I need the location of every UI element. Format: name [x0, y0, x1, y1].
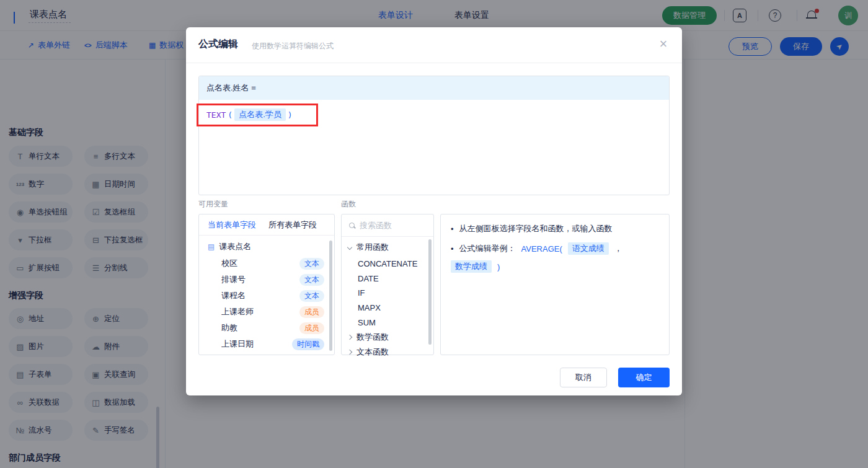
chevron-right-icon	[347, 335, 352, 340]
function-search	[342, 214, 433, 237]
functions-label: 函数	[341, 199, 356, 210]
function-group-text[interactable]: 文本函数	[342, 345, 433, 360]
formula-target-bar: 点名表.姓名 =	[199, 76, 669, 100]
function-group-common[interactable]: 常用函数	[342, 240, 433, 255]
variables-scrollbar[interactable]	[329, 241, 332, 351]
type-badge: 成员	[299, 306, 324, 318]
variable-row[interactable]: 上课日期时间戳	[199, 337, 334, 351]
function-group-math[interactable]: 数学函数	[342, 330, 433, 345]
help-line-2: • 公式编辑举例： AVERAGE( 语文成绩 ， 数学成绩 )	[451, 242, 659, 273]
tree-root-row[interactable]: ▤ 课表点名	[199, 239, 334, 254]
annotation-highlight-box	[197, 104, 318, 126]
bullet-icon: •	[451, 244, 454, 254]
variable-row[interactable]: 校区文本	[199, 256, 334, 271]
divider	[186, 63, 682, 63]
close-icon[interactable]: ×	[655, 35, 672, 53]
formula-editor-area[interactable]: 点名表.姓名 = TEXT ( 点名表.学员 )	[198, 76, 670, 195]
tab-all-form-fields[interactable]: 所有表单字段	[268, 219, 317, 231]
formula-editor-modal: 公式编辑 使用数学运算符编辑公式 × 点名表.姓名 = TEXT ( 点名表.学…	[186, 27, 682, 395]
modal-subtitle: 使用数学运算符编辑公式	[252, 41, 334, 51]
variable-row[interactable]: 课程名文本	[199, 288, 334, 303]
variable-row[interactable]: 排课号文本	[199, 272, 334, 287]
chevron-right-icon	[347, 350, 352, 355]
function-item[interactable]: SUM	[342, 315, 433, 330]
example-field-chip: 语文成绩	[568, 242, 609, 255]
tab-current-form-fields[interactable]: 当前表单字段	[208, 219, 256, 231]
variable-row[interactable]: 上课老师成员	[199, 304, 334, 319]
chevron-down-icon	[347, 245, 352, 250]
type-badge: 时间戳	[292, 338, 324, 350]
type-badge: 文本	[299, 290, 324, 302]
confirm-button[interactable]: 确定	[618, 368, 670, 387]
functions-box: 常用函数 CONCATENATE DATE IF MAPX SUM 数学函数 文…	[341, 214, 434, 355]
function-search-input[interactable]	[360, 221, 418, 230]
cancel-button[interactable]: 取消	[560, 368, 607, 387]
modal-title: 公式编辑	[198, 38, 238, 51]
formula-help-box: • 从左侧面板选择字段名和函数，或输入函数 • 公式编辑举例： AVERAGE(…	[440, 214, 670, 355]
function-item[interactable]: MAPX	[342, 300, 433, 315]
function-item[interactable]: CONCATENATE	[342, 256, 433, 271]
bullet-icon: •	[451, 224, 454, 234]
form-doc-icon: ▤	[208, 242, 215, 251]
search-icon	[349, 223, 355, 229]
help-line-1: • 从左侧面板选择字段名和函数，或输入函数	[451, 223, 659, 234]
type-badge: 文本	[299, 274, 324, 286]
variable-row[interactable]: 助教成员	[199, 320, 334, 335]
example-field-chip: 数学成绩	[451, 260, 492, 273]
type-badge: 成员	[299, 322, 324, 334]
functions-scrollbar[interactable]	[428, 239, 432, 345]
type-badge: 文本	[299, 258, 324, 270]
function-item[interactable]: IF	[342, 285, 433, 300]
variables-box: 当前表单字段 所有表单字段 ▤ 课表点名 校区文本 排课号文本 课程名文本 上课…	[198, 214, 335, 355]
function-item[interactable]: DATE	[342, 271, 433, 286]
variables-label: 可用变量	[198, 199, 228, 210]
variables-tabs: 当前表单字段 所有表单字段	[199, 214, 334, 236]
app-root: 课表点名 表单设计 表单设置 数据管理 A ? 训 ↗ 表单外链 <> 后端脚本…	[0, 0, 868, 468]
